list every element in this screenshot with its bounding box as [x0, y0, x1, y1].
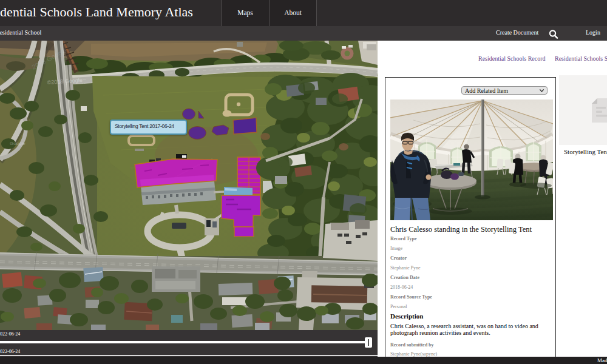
svg-text:Google: Google: [10, 141, 25, 146]
